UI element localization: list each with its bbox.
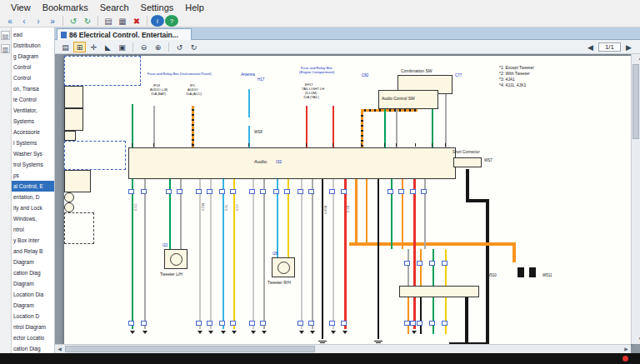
menu-help[interactable]: Help	[179, 2, 210, 13]
rotate-left-icon[interactable]: ↺	[173, 42, 186, 52]
help-icon[interactable]: ?	[165, 15, 178, 27]
connector-mark	[404, 261, 410, 266]
sidebar-item[interactable]: on, Transa	[12, 83, 54, 94]
menu-settings[interactable]: Settings	[135, 2, 180, 13]
wire-segment	[210, 179, 212, 329]
toolbar-separator	[62, 16, 63, 26]
wire-segment	[233, 179, 235, 329]
sidebar-item[interactable]: Control	[12, 72, 54, 83]
pan-icon[interactable]: ✛	[88, 42, 100, 52]
sidebar-tree[interactable]: eadDistributiong DiagramControlControlon…	[12, 27, 55, 353]
horizontal-scrollbar[interactable]: ◀ ▶	[55, 344, 631, 353]
wire-segment	[408, 297, 409, 334]
nav-first-icon[interactable]: «	[3, 15, 17, 27]
sidebar-item[interactable]: Diagram	[12, 257, 54, 267]
connector-mark	[196, 321, 202, 326]
sidebar-item[interactable]: ntrol Diagram	[12, 322, 54, 332]
connector-mark	[410, 189, 416, 194]
sidebar-item[interactable]: Location D	[12, 311, 54, 322]
sidebar-item[interactable]: cation Diag	[12, 343, 54, 353]
export-icon[interactable]: ▦	[116, 15, 129, 27]
bookmarks-icon[interactable]: ▥	[1, 44, 10, 53]
pin-tick	[192, 143, 192, 147]
doc-print-icon[interactable]: ▤	[59, 42, 72, 52]
print-icon[interactable]: ▤	[102, 15, 115, 27]
sidebar-item[interactable]: Accessorie	[12, 127, 54, 137]
sidebar-item[interactable]: le Control	[12, 94, 54, 105]
sidebar-item[interactable]: y Box Inter	[12, 235, 54, 246]
scroll-right-icon[interactable]: ▶	[622, 345, 631, 353]
sidebar-item[interactable]: Location Dia	[12, 289, 54, 300]
sidebar-item[interactable]: Windows,	[12, 213, 54, 224]
prev-page-icon[interactable]: ◀	[584, 42, 597, 52]
wire-segment	[529, 267, 536, 277]
tweeter-lh	[164, 249, 188, 269]
zoom-region-icon[interactable]: ⊞	[73, 42, 86, 52]
sidebar-item[interactable]: l Systems	[12, 137, 54, 148]
sidebar-item[interactable]: Diagram	[12, 278, 54, 289]
horizontal-scroll-thumb[interactable]	[65, 346, 315, 352]
sidebar-item[interactable]: ntrol	[12, 224, 54, 235]
close-doc-icon[interactable]: ✖	[130, 15, 143, 27]
thumbnails-icon[interactable]: ▤	[1, 31, 10, 40]
diagram-label: W510	[487, 274, 497, 278]
info-icon[interactable]: i	[151, 15, 164, 27]
sidebar-item[interactable]: Systems	[12, 116, 54, 127]
wire-segment	[486, 199, 489, 342]
menu-bookmarks[interactable]: Bookmarks	[37, 2, 94, 13]
sidebar-item[interactable]: trol Systems	[12, 159, 54, 170]
sidebar-item[interactable]: ead	[12, 29, 54, 40]
nav-last-icon[interactable]: »	[46, 15, 59, 27]
diagram-label: I32	[276, 160, 282, 164]
sidebar-item[interactable]: Ventilator,	[12, 105, 54, 116]
sidebar-item[interactable]: cation Diag	[12, 267, 54, 278]
tab-bar: 86 Electrical Control. Entertain...	[55, 27, 640, 40]
diagram-label: Audio	[254, 159, 267, 164]
zoom-out-icon[interactable]: ⊖	[138, 42, 150, 52]
tweeter-rh	[272, 257, 295, 277]
relay-block	[64, 212, 94, 244]
zoom-in-icon[interactable]: ⊕	[152, 42, 164, 52]
menu-view[interactable]: View	[5, 2, 37, 13]
wire-end-arrow	[251, 331, 256, 334]
nav-next-icon[interactable]: ›	[32, 15, 45, 27]
sidebar-item[interactable]: Distribution	[12, 40, 54, 51]
menu-search[interactable]: Search	[94, 2, 135, 13]
snapshot-icon[interactable]: ▣	[116, 42, 128, 52]
sidebar-item[interactable]: Control	[12, 62, 54, 72]
sidebar-item[interactable]: entation, D	[12, 192, 54, 202]
toolbar-separator	[168, 42, 169, 52]
diagram-viewport[interactable]: Fuse and Relay Box (Instrumental Panel)I…	[55, 54, 640, 353]
diagram-label: Tweeter R/H	[268, 281, 291, 285]
wire-segment	[192, 106, 194, 147]
tab-label: 86 Electrical Control. Entertain...	[69, 31, 178, 39]
forward-view-icon[interactable]: ↻	[81, 15, 94, 27]
sidebar-item[interactable]: ector Locatio	[12, 332, 54, 343]
vertical-scrollbar[interactable]: ▲ ▼	[631, 54, 640, 344]
nav-prev-icon[interactable]: ‹	[18, 15, 31, 27]
sidebar-item[interactable]: ity and Lock	[12, 202, 54, 213]
sidebar-item[interactable]: g Diagram	[12, 51, 54, 62]
select-icon[interactable]: ◣	[102, 42, 114, 52]
sidebar-item[interactable]: and Relay B	[12, 246, 54, 257]
diagram-label: Tweeter L/H	[160, 272, 182, 277]
scroll-up-icon[interactable]: ▲	[636, 54, 640, 63]
scroll-left-icon[interactable]: ◀	[55, 345, 64, 353]
sidebar-item[interactable]: Washer Sys	[12, 148, 54, 159]
connector-mark	[284, 189, 290, 194]
next-page-icon[interactable]: ▶	[622, 42, 635, 52]
sidebar-item[interactable]: al Control, E	[12, 181, 54, 192]
vertical-scroll-thumb[interactable]	[632, 64, 639, 139]
scroll-down-icon[interactable]: ▼	[636, 335, 640, 344]
back-view-icon[interactable]: ↺	[67, 15, 80, 27]
sidebar-item[interactable]: Diagram	[12, 300, 54, 311]
wire-end-arrow	[232, 331, 237, 334]
rotate-right-icon[interactable]: ↻	[188, 42, 200, 52]
connector-mark	[341, 321, 347, 326]
diagram-label: 0.85B	[324, 206, 328, 214]
connector-mark	[141, 321, 147, 326]
tab-electrical-control[interactable]: 86 Electrical Control. Entertain...	[57, 28, 192, 40]
connector-mark	[196, 189, 202, 194]
sidebar-item[interactable]: ps	[12, 170, 54, 181]
wire-segment	[306, 106, 308, 147]
